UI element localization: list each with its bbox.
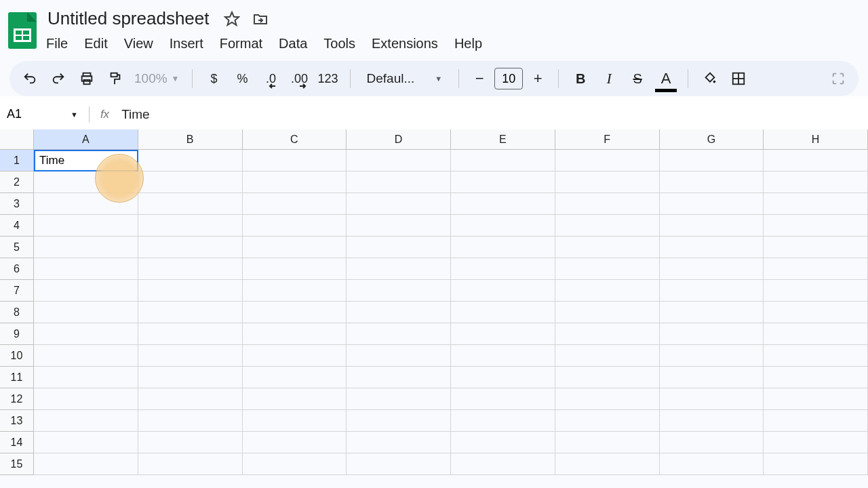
cell-F1[interactable] (555, 150, 660, 171)
cell-D4[interactable] (347, 215, 451, 237)
cell-H5[interactable] (764, 237, 868, 258)
cell-D12[interactable] (347, 388, 451, 410)
print-icon[interactable] (77, 69, 96, 88)
increase-font-button[interactable]: + (530, 70, 546, 87)
cell-A3[interactable] (34, 193, 138, 215)
cell-G10[interactable] (660, 345, 764, 367)
cell-G6[interactable] (660, 258, 764, 280)
currency-button[interactable]: $ (205, 69, 224, 88)
decrease-decimal-button[interactable]: .0 (262, 69, 281, 88)
cell-A15[interactable] (34, 453, 138, 475)
expand-button[interactable] (829, 69, 848, 88)
cell-E2[interactable] (451, 171, 555, 193)
row-header-10[interactable]: 10 (0, 345, 34, 367)
menu-data[interactable]: Data (279, 36, 307, 52)
cell-E9[interactable] (451, 323, 555, 345)
cell-F8[interactable] (555, 302, 660, 323)
cell-C5[interactable] (243, 237, 347, 258)
menu-file[interactable]: File (46, 36, 68, 52)
cell-A4[interactable] (34, 215, 138, 237)
cell-B13[interactable] (138, 410, 243, 432)
row-header-13[interactable]: 13 (0, 410, 34, 432)
text-color-button[interactable]: A (656, 69, 675, 88)
cell-F2[interactable] (555, 171, 660, 193)
cell-E3[interactable] (451, 193, 555, 215)
cell-B11[interactable] (138, 367, 243, 388)
cell-F13[interactable] (555, 410, 660, 432)
cell-H4[interactable] (764, 215, 868, 237)
cell-D3[interactable] (347, 193, 451, 215)
cell-F15[interactable] (555, 453, 660, 475)
cell-H8[interactable] (764, 302, 868, 323)
font-size-input[interactable]: 10 (494, 68, 523, 89)
cell-A10[interactable] (34, 345, 138, 367)
row-header-4[interactable]: 4 (0, 215, 34, 237)
cell-C14[interactable] (243, 432, 347, 453)
cell-E10[interactable] (451, 345, 555, 367)
strikethrough-button[interactable]: S (628, 69, 647, 88)
cell-G11[interactable] (660, 367, 764, 388)
namebox-caret-icon[interactable]: ▼ (71, 110, 78, 119)
cell-E1[interactable] (451, 150, 555, 171)
cell-F11[interactable] (555, 367, 660, 388)
cell-A8[interactable] (34, 302, 138, 323)
cell-C11[interactable] (243, 367, 347, 388)
cell-G13[interactable] (660, 410, 764, 432)
cell-B1[interactable] (138, 150, 243, 171)
cell-A12[interactable] (34, 388, 138, 410)
font-select[interactable]: Defaul... ▼ (363, 71, 447, 86)
cell-A9[interactable] (34, 323, 138, 345)
borders-button[interactable] (729, 69, 748, 88)
cell-G5[interactable] (660, 237, 764, 258)
cell-H14[interactable] (764, 432, 868, 453)
cell-B5[interactable] (138, 237, 243, 258)
redo-icon[interactable] (49, 69, 68, 88)
select-all-corner[interactable] (0, 129, 34, 150)
row-header-2[interactable]: 2 (0, 171, 34, 193)
col-header-D[interactable]: D (347, 129, 451, 150)
percent-button[interactable]: % (233, 69, 252, 88)
cell-H11[interactable] (764, 367, 868, 388)
menu-view[interactable]: View (124, 36, 153, 52)
cell-H2[interactable] (764, 171, 868, 193)
col-header-B[interactable]: B (138, 129, 243, 150)
cell-H9[interactable] (764, 323, 868, 345)
paint-format-icon[interactable] (106, 69, 125, 88)
cell-G8[interactable] (660, 302, 764, 323)
name-box[interactable] (4, 106, 65, 123)
cell-D7[interactable] (347, 280, 451, 302)
cell-H3[interactable] (764, 193, 868, 215)
cell-B8[interactable] (138, 302, 243, 323)
menu-insert[interactable]: Insert (170, 36, 203, 52)
cell-H7[interactable] (764, 280, 868, 302)
col-header-H[interactable]: H (764, 129, 868, 150)
row-header-14[interactable]: 14 (0, 432, 34, 453)
cell-F14[interactable] (555, 432, 660, 453)
star-icon[interactable] (224, 11, 240, 27)
cell-F9[interactable] (555, 323, 660, 345)
cell-C8[interactable] (243, 302, 347, 323)
cell-F12[interactable] (555, 388, 660, 410)
cell-B2[interactable] (138, 171, 243, 193)
undo-icon[interactable] (20, 69, 39, 88)
cell-D5[interactable] (347, 237, 451, 258)
cell-G7[interactable] (660, 280, 764, 302)
cell-C7[interactable] (243, 280, 347, 302)
cell-D8[interactable] (347, 302, 451, 323)
cell-F4[interactable] (555, 215, 660, 237)
col-header-A[interactable]: A (34, 129, 138, 150)
cell-D13[interactable] (347, 410, 451, 432)
cell-B6[interactable] (138, 258, 243, 280)
cell-G15[interactable] (660, 453, 764, 475)
cell-A11[interactable] (34, 367, 138, 388)
cell-G12[interactable] (660, 388, 764, 410)
cell-G1[interactable] (660, 150, 764, 171)
cell-B3[interactable] (138, 193, 243, 215)
cell-B4[interactable] (138, 215, 243, 237)
cell-C15[interactable] (243, 453, 347, 475)
cell-B9[interactable] (138, 323, 243, 345)
cell-A6[interactable] (34, 258, 138, 280)
row-header-8[interactable]: 8 (0, 302, 34, 323)
cell-B15[interactable] (138, 453, 243, 475)
cell-D6[interactable] (347, 258, 451, 280)
